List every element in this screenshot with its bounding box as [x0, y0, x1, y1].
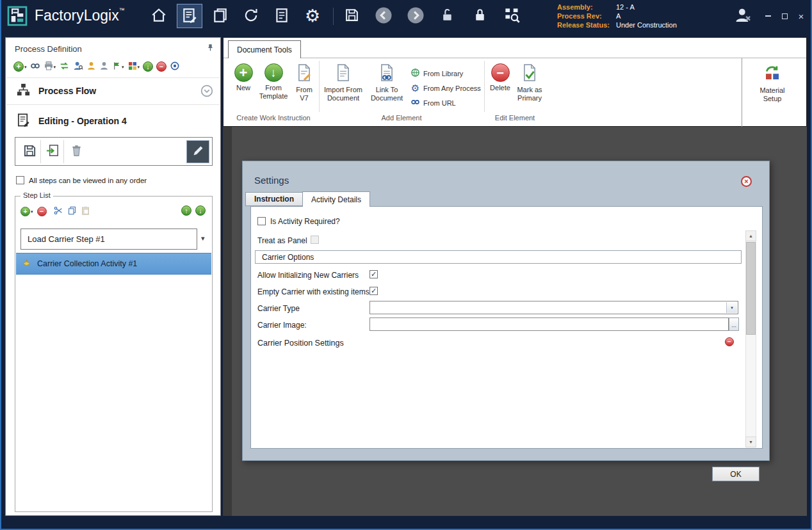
window-controls [759, 9, 809, 23]
dialog-close-button[interactable] [741, 176, 752, 187]
tabstrip-line [223, 58, 806, 58]
unlock-button[interactable] [435, 4, 460, 28]
close-button[interactable] [793, 9, 809, 23]
paste-button[interactable] [81, 205, 90, 218]
create-group-title: Create Work Instruction [228, 114, 319, 122]
process-search-icon [503, 6, 521, 26]
scrollbar-thumb[interactable] [746, 242, 756, 335]
mark-as-primary-button[interactable]: Mark as Primary [514, 63, 545, 102]
titlebar-nav-group [146, 4, 325, 28]
save-step-button[interactable] [19, 140, 41, 163]
new-button[interactable]: New [231, 63, 256, 92]
settings-button[interactable] [300, 4, 325, 28]
assembly-info: Assembly: 12 - A Process Rev: A Release … [557, 3, 677, 29]
process-definition-button[interactable] [177, 4, 202, 28]
transfer-button[interactable] [59, 61, 70, 73]
material-setup-button[interactable]: Material Setup [747, 63, 798, 103]
palette-dropdown-button[interactable] [127, 61, 140, 73]
templates-button[interactable] [207, 4, 233, 28]
delete-step-button[interactable] [65, 140, 87, 163]
record-icon [170, 64, 180, 73]
scroll-down-button[interactable] [745, 437, 756, 447]
user-search-button[interactable] [73, 61, 83, 73]
lock-button[interactable] [467, 4, 492, 28]
link-to-document-button[interactable]: Link To Document [367, 63, 407, 102]
reports-button[interactable] [269, 4, 295, 28]
process-flow-expander[interactable] [200, 84, 213, 99]
tab-instruction[interactable]: Instruction [245, 192, 303, 206]
flag-dropdown-button[interactable] [112, 61, 124, 73]
order-checkbox[interactable] [16, 176, 24, 184]
move-step-up-button[interactable] [181, 205, 191, 216]
from-v7-button[interactable]: From V7 [291, 63, 317, 102]
from-library-button[interactable]: From Library [410, 66, 481, 81]
link-to-document-icon [378, 63, 395, 84]
forward-button[interactable] [403, 4, 428, 28]
move-down-button[interactable] [143, 61, 153, 72]
edit-step-button[interactable] [186, 140, 209, 163]
link-to-document-label: Link To Document [367, 86, 407, 102]
ok-button[interactable]: OK [712, 467, 759, 481]
pin-icon [206, 43, 215, 54]
move-step-down-button[interactable] [195, 205, 206, 216]
maximize-icon [782, 13, 788, 19]
carrier-options-groupbox: Carrier Options [255, 250, 742, 264]
user-gray-button[interactable] [99, 61, 109, 73]
maximize-button[interactable] [776, 9, 793, 23]
chevron-down-circle-icon [200, 90, 213, 99]
ribbon: Document Tools New From Template From V7… [223, 37, 807, 127]
user-yellow-button[interactable] [86, 61, 96, 73]
remove-carrier-position-button[interactable] [725, 337, 734, 346]
tab-document-tools[interactable]: Document Tools [228, 40, 301, 58]
process-search-button[interactable] [499, 4, 524, 28]
record-button[interactable] [170, 61, 180, 73]
add-element-stack: From Library From Any Process From URL [410, 66, 481, 110]
step-list-title: Step List [20, 191, 53, 199]
from-url-button[interactable]: From URL [410, 95, 481, 110]
add-dropdown-button[interactable] [13, 61, 27, 72]
titlebar-action-group [339, 4, 524, 28]
add-group-title: Add Element [319, 114, 484, 122]
activity-list-item[interactable]: Carrier Collection Activity #1 [16, 253, 211, 275]
from-template-button[interactable]: From Template [257, 63, 290, 100]
step-name-value: Load Carrier Step #1 [28, 234, 105, 244]
copy-button[interactable] [67, 205, 77, 218]
is-activity-required-checkbox[interactable] [257, 217, 266, 225]
process-flow-header[interactable]: Process Flow [6, 81, 220, 101]
link-button[interactable] [30, 61, 40, 73]
print-dropdown-button[interactable] [44, 61, 56, 73]
save-button[interactable] [339, 4, 364, 28]
remove-button[interactable] [156, 61, 166, 72]
remove-step-button[interactable] [37, 207, 47, 216]
carrier-type-dropdown-button[interactable] [726, 302, 737, 313]
pin-button[interactable] [204, 43, 216, 54]
carrier-type-combobox[interactable] [369, 301, 738, 314]
import-from-document-button[interactable]: Import From Document [321, 63, 366, 102]
allow-initializing-checkbox[interactable] [369, 270, 378, 278]
empty-carrier-checkbox[interactable] [369, 287, 378, 295]
cut-button[interactable] [53, 205, 63, 218]
minimize-button[interactable] [759, 9, 776, 23]
mark-as-primary-label: Mark as Primary [514, 86, 545, 102]
panel-scrollbar[interactable] [745, 230, 756, 447]
add-step-dropdown-button[interactable] [20, 207, 33, 216]
from-any-process-button[interactable]: From Any Process [410, 81, 481, 95]
carrier-options-title: Carrier Options [262, 253, 314, 262]
tab-activity-details[interactable]: Activity Details [302, 191, 370, 207]
user-session-button[interactable] [731, 6, 754, 26]
import-step-button[interactable] [42, 140, 64, 163]
home-button[interactable] [146, 4, 172, 28]
canvas-left-strip [223, 127, 232, 516]
scroll-up-button[interactable] [745, 230, 756, 241]
user-gray-icon [99, 64, 109, 73]
process-editor-icon [181, 7, 198, 26]
delete-element-button[interactable]: Delete [487, 63, 513, 92]
activity-label: Carrier Collection Activity #1 [37, 259, 137, 268]
carrier-image-browse-button[interactable]: ... [729, 317, 739, 331]
sync-button[interactable] [238, 4, 264, 28]
step-name-dropdown-chevron[interactable] [201, 235, 205, 242]
back-button[interactable] [371, 4, 396, 28]
treat-as-panel-checkbox[interactable] [311, 236, 319, 244]
step-name-box[interactable]: Load Carrier Step #1 [20, 229, 197, 250]
carrier-image-input[interactable] [369, 317, 729, 331]
